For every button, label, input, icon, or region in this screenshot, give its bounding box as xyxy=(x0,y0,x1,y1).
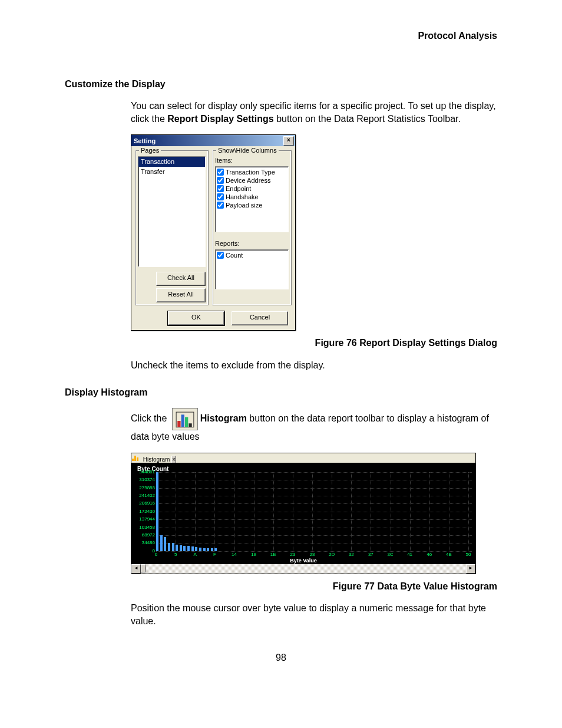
uncheck-note: Uncheck the items to exclude from the di… xyxy=(131,359,497,372)
x-tick-label: 2D xyxy=(329,552,335,558)
pages-item[interactable]: Transfer xyxy=(138,167,205,177)
check-row[interactable]: Device Address xyxy=(217,176,287,185)
svg-rect-7 xyxy=(134,456,136,461)
x-tick-label: 5 xyxy=(174,552,177,558)
checkbox[interactable] xyxy=(217,193,224,200)
y-tick-label: 241402 xyxy=(131,493,155,499)
x-tick-label: 32 xyxy=(349,552,354,558)
y-tick-label: 34486 xyxy=(131,540,155,546)
y-tick-label: 206916 xyxy=(131,500,155,507)
scroll-track[interactable] xyxy=(141,564,466,574)
check-row[interactable]: Transaction Type xyxy=(217,168,287,176)
histogram-bar xyxy=(191,546,194,551)
histogram-icon xyxy=(172,408,198,430)
columns-groupbox: Show\Hide Columns Items: Transaction Typ… xyxy=(212,150,292,305)
x-tick-label: 41 xyxy=(407,552,412,558)
dialog-titlebar[interactable]: Setting × xyxy=(131,135,295,146)
histogram-bar xyxy=(180,545,182,551)
y-tick-label: 172430 xyxy=(131,509,155,515)
histogram-bar xyxy=(164,537,166,551)
pages-legend: Pages xyxy=(139,146,161,155)
check-label: Payload size xyxy=(226,201,262,209)
histogram-bar xyxy=(160,535,163,551)
section-customize-title: Customize the Display xyxy=(65,78,497,91)
x-tick-label: F xyxy=(213,552,216,558)
pages-listbox[interactable]: Transaction Transfer xyxy=(138,156,206,267)
histogram-bar xyxy=(207,548,209,551)
histogram-bar xyxy=(183,546,186,551)
check-all-button[interactable]: Check All xyxy=(156,272,206,286)
histogram-bar xyxy=(156,472,158,551)
scroll-thumb[interactable] xyxy=(141,564,146,572)
histogram-plot: Byte Count Byte Value 034486689721034581… xyxy=(131,463,475,564)
checkbox[interactable] xyxy=(217,177,224,184)
x-tick-label: 28 xyxy=(310,552,315,558)
section-histogram-p1: Click the Histogram button on the data r… xyxy=(131,408,497,443)
check-row[interactable]: Endpoint xyxy=(217,185,287,193)
horizontal-scrollbar[interactable]: ◄ ► xyxy=(131,564,475,574)
pages-groupbox: Pages Transaction Transfer Check All Res… xyxy=(135,150,209,305)
dialog-title: Setting xyxy=(134,137,156,146)
histogram-bar xyxy=(211,548,213,551)
histogram-bar xyxy=(168,543,170,551)
histogram-window: Histogram × Byte Count Byte Value 034486… xyxy=(131,453,476,574)
close-icon[interactable]: × xyxy=(283,136,294,146)
hover-note: Position the mouse cursor over byte valu… xyxy=(131,602,497,627)
x-tick-label: 4B xyxy=(446,552,452,558)
scroll-right-button[interactable]: ► xyxy=(466,564,475,574)
check-label: Endpoint xyxy=(226,185,251,193)
columns-legend: Show\Hide Columns xyxy=(216,146,279,155)
checkbox[interactable] xyxy=(217,202,224,209)
checkbox[interactable] xyxy=(217,169,224,176)
button-name-bold: Histogram xyxy=(200,413,247,423)
running-header: Protocol Analysis xyxy=(65,29,497,42)
svg-rect-3 xyxy=(185,417,188,427)
histogram-bar xyxy=(195,547,197,551)
figure-76-caption: Figure 76 Report Display Settings Dialog xyxy=(65,337,497,350)
x-tick-label: 37 xyxy=(368,552,373,558)
x-tick-label: 0 xyxy=(155,552,157,558)
histogram-bar xyxy=(187,546,190,551)
x-tick-label: 46 xyxy=(427,552,432,558)
svg-rect-8 xyxy=(137,457,138,461)
check-label: Count xyxy=(226,251,243,259)
histogram-bar xyxy=(214,548,217,551)
text: Click the xyxy=(131,413,170,423)
plot-grid xyxy=(156,472,472,551)
figure-77-caption: Figure 77 Data Byte Value Histogram xyxy=(65,580,497,593)
checkbox[interactable] xyxy=(217,185,224,192)
items-checklist: Transaction Type Device Address Endpoint… xyxy=(215,166,289,232)
hist-titlebar[interactable]: Histogram × xyxy=(131,453,475,463)
x-tick-label: 23 xyxy=(290,552,295,558)
check-row[interactable]: Payload size xyxy=(217,201,287,209)
y-tick-label: 137944 xyxy=(131,516,155,523)
histogram-bar xyxy=(203,548,206,551)
ok-button[interactable]: OK xyxy=(168,311,224,325)
cancel-button[interactable]: Cancel xyxy=(232,311,288,325)
reports-checklist: Count xyxy=(215,249,289,289)
histogram-bar xyxy=(176,545,178,551)
reports-label: Reports: xyxy=(215,239,289,248)
check-row[interactable]: Handshake xyxy=(217,193,287,201)
pages-item[interactable]: Transaction xyxy=(138,157,205,167)
x-tick-label: 19 xyxy=(251,552,256,558)
scroll-left-button[interactable]: ◄ xyxy=(131,564,141,574)
y-tick-label: 275888 xyxy=(131,485,155,492)
y-tick-label: 0 xyxy=(131,548,155,555)
y-tick-label: 344861 xyxy=(131,469,155,476)
reset-all-button[interactable]: Reset All xyxy=(156,288,206,302)
checkbox[interactable] xyxy=(217,252,224,259)
svg-rect-2 xyxy=(181,415,184,427)
x-tick-label: 3C xyxy=(387,552,393,558)
section-customize-p1: You can select for display only specific… xyxy=(131,100,497,125)
histogram-bar xyxy=(199,548,201,551)
y-tick-label: 103458 xyxy=(131,525,155,531)
check-row[interactable]: Count xyxy=(217,251,287,259)
check-label: Transaction Type xyxy=(226,168,275,176)
page: Protocol Analysis Customize the Display … xyxy=(0,0,562,687)
check-label: Device Address xyxy=(226,176,270,185)
x-tick-label: 14 xyxy=(232,552,237,558)
hist-title: Histogram xyxy=(143,456,170,463)
histogram-titlebar-icon xyxy=(131,453,140,462)
svg-rect-4 xyxy=(189,423,191,427)
